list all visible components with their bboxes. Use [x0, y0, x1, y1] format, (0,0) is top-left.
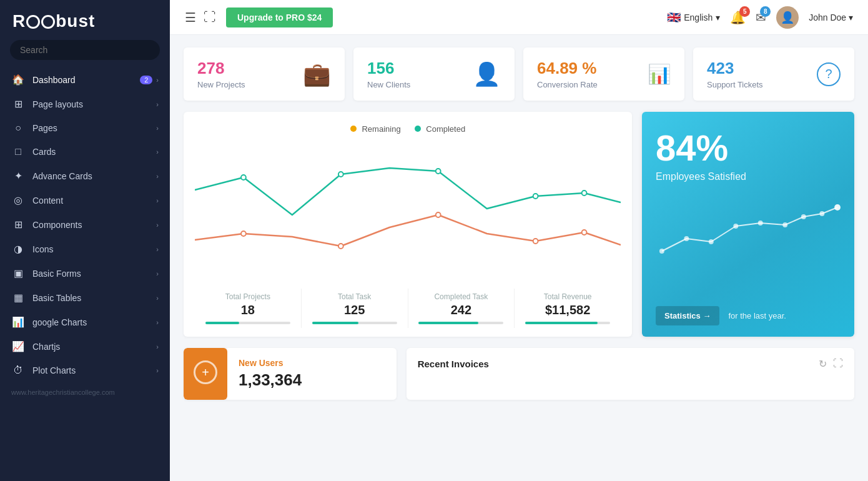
- notifications-button[interactable]: 🔔 5: [730, 10, 746, 25]
- legend-remaining: Remaining: [350, 124, 401, 134]
- section-title: Recent Invoices: [418, 359, 489, 369]
- messages-badge: 8: [760, 6, 771, 17]
- plot-charts-icon: ⏱: [11, 365, 25, 376]
- basic-forms-icon: ▣: [11, 267, 25, 279]
- search-input[interactable]: [10, 40, 160, 60]
- chevron-right-icon: ›: [156, 172, 159, 180]
- chevron-right-icon: ›: [156, 101, 159, 108]
- chevron-right-icon: ›: [156, 319, 159, 326]
- svg-point-0: [241, 175, 246, 180]
- sidebar-item-label: Dashboard: [32, 75, 140, 85]
- sidebar-item-advance-cards[interactable]: ✦ Advance Cards ›: [0, 164, 170, 188]
- sidebar-item-basic-tables[interactable]: ▦ Basic Tables ›: [0, 285, 170, 310]
- sidebar-item-components[interactable]: ⊞ Components ›: [0, 212, 170, 237]
- svg-point-15: [782, 222, 787, 227]
- sidebar-item-label: Advance Cards: [32, 171, 156, 181]
- blue-card-footer: Statistics → for the last year.: [656, 306, 841, 325]
- flag-icon: 🇬🇧: [667, 11, 681, 24]
- sidebar-item-label: Components: [32, 220, 156, 230]
- messages-button[interactable]: ✉ 8: [756, 10, 766, 25]
- advance-cards-icon: ✦: [11, 170, 25, 182]
- sidebar-item-label: Page layouts: [32, 99, 156, 109]
- stat-value-clients: 156: [367, 59, 410, 78]
- svg-point-1: [338, 172, 343, 177]
- sidebar-item-cards[interactable]: □ Cards ›: [0, 140, 170, 164]
- chart-stat-total-task: Total Task 125: [302, 289, 408, 328]
- statistics-button[interactable]: Statistics →: [656, 306, 719, 325]
- svg-point-6: [338, 244, 343, 249]
- chevron-down-icon: ▾: [716, 12, 720, 22]
- new-users-card: + New Users 1,33,364: [184, 348, 397, 400]
- refresh-icon[interactable]: ↻: [819, 358, 827, 370]
- sidebar-item-label: Cards: [32, 147, 156, 157]
- stat-label-projects: New Projects: [197, 80, 245, 89]
- stat-card-clients: 156 New Clients 👤: [353, 47, 515, 101]
- svg-point-3: [533, 194, 538, 199]
- completed-dot: [415, 126, 421, 132]
- basic-tables-icon: ▦: [11, 292, 25, 304]
- logo-o-right: [41, 15, 55, 29]
- progress-fill: [418, 322, 478, 324]
- remaining-dot: [350, 126, 357, 132]
- svg-point-11: [684, 236, 689, 241]
- sidebar-badge: 2: [140, 76, 152, 84]
- svg-point-8: [533, 239, 538, 244]
- stat-text: 423 Support Tickets: [707, 59, 763, 89]
- svg-point-12: [709, 239, 714, 244]
- sidebar-item-label: Pages: [32, 123, 156, 133]
- progress-bar: [205, 322, 290, 324]
- progress-bar: [418, 322, 503, 324]
- progress-fill: [312, 322, 359, 324]
- expand-icon[interactable]: ⛶: [833, 358, 843, 370]
- chevron-right-icon: ›: [156, 270, 159, 277]
- upgrade-button[interactable]: Upgrade to PRO $24: [226, 7, 333, 27]
- sidebar-item-plot-charts[interactable]: ⏱ Plot Charts ›: [0, 359, 170, 382]
- language-label: English: [684, 12, 713, 22]
- chevron-right-icon: ›: [156, 245, 159, 253]
- svg-point-10: [659, 249, 664, 254]
- person-icon: 👤: [473, 61, 501, 87]
- stat-card-tickets: 423 Support Tickets ?: [693, 47, 854, 101]
- sidebar-item-pages[interactable]: ○ Pages ›: [0, 116, 170, 140]
- stat-label-clients: New Clients: [367, 80, 410, 89]
- sidebar-item-dashboard[interactable]: 🏠 Dashboard 2 ›: [0, 67, 170, 92]
- chevron-right-icon: ›: [156, 294, 159, 302]
- sidebar-item-content[interactable]: ◎ Content ›: [0, 188, 170, 212]
- notification-badge: 5: [739, 6, 750, 17]
- stat-value-conversion: 64.89 %: [537, 59, 598, 78]
- expand-icon[interactable]: ⛶: [204, 10, 216, 24]
- sidebar-item-label: Content: [32, 196, 156, 206]
- stats-row: 278 New Projects 💼 156 New Clients 👤 64.…: [184, 47, 854, 101]
- sidebar-item-basic-forms[interactable]: ▣ Basic Forms ›: [0, 261, 170, 285]
- blue-card-sub-label: for the last year.: [728, 311, 786, 320]
- components-icon: ⊞: [11, 219, 25, 231]
- menu-icon[interactable]: ☰: [185, 10, 196, 25]
- svg-point-18: [834, 204, 841, 211]
- topbar-right: 🇬🇧 English ▾ 🔔 5 ✉ 8 👤 John Doe ▾: [667, 6, 853, 29]
- stat-label-tickets: Support Tickets: [707, 80, 763, 89]
- chevron-right-icon: ›: [156, 343, 159, 350]
- logo-o-left: [26, 15, 40, 29]
- sidebar-item-label: google Charts: [32, 317, 156, 327]
- sidebar-item-icons[interactable]: ◑ Icons ›: [0, 237, 170, 261]
- chevron-right-icon: ›: [156, 367, 159, 374]
- sidebar-item-page-layouts[interactable]: ⊞ Page layouts ›: [0, 92, 170, 116]
- sidebar-item-label: Basic Forms: [32, 269, 156, 279]
- question-icon: ?: [817, 62, 841, 86]
- stat-text: 156 New Clients: [367, 59, 410, 89]
- avatar: 👤: [776, 6, 799, 29]
- svg-point-13: [733, 224, 738, 229]
- sidebar-search[interactable]: [10, 40, 160, 60]
- line-chart: [195, 140, 621, 277]
- chevron-right-icon: ›: [156, 221, 159, 229]
- svg-point-7: [436, 212, 441, 217]
- cards-icon: □: [11, 146, 25, 157]
- svg-point-14: [758, 221, 763, 226]
- sidebar-item-google-charts[interactable]: 📊 google Charts ›: [0, 310, 170, 334]
- user-name[interactable]: John Doe ▾: [809, 12, 853, 22]
- svg-point-17: [819, 211, 824, 216]
- logo: Rbust: [0, 0, 170, 40]
- sidebar-item-chartjs[interactable]: 📈 Chartjs ›: [0, 334, 170, 359]
- language-selector[interactable]: 🇬🇧 English ▾: [667, 11, 720, 24]
- orange-accent: +: [184, 348, 227, 400]
